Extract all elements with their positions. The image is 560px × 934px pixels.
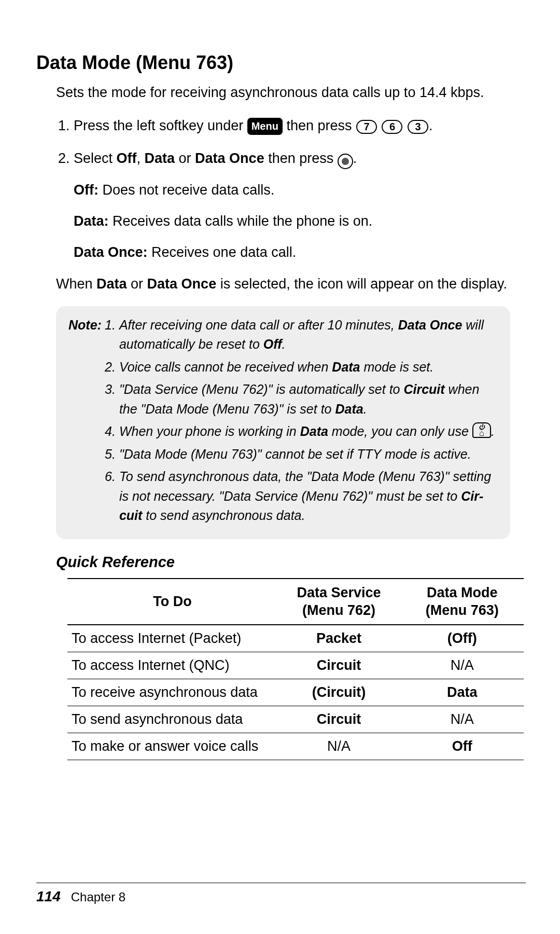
- sel-c: or: [127, 276, 147, 292]
- cell-mode: N/A: [400, 706, 524, 733]
- step2-period: .: [353, 150, 357, 166]
- n6a: To send asynchronous data, the "Data Mod…: [119, 469, 491, 503]
- off-text: Does not receive data calls.: [99, 182, 274, 198]
- step-1: Press the left softkey under Menu then p…: [74, 115, 524, 136]
- note-label: Note:: [68, 318, 102, 332]
- off-label: Off:: [74, 182, 99, 198]
- key-6-icon: 6: [382, 120, 402, 134]
- note-4: When your phone is working in Data mode,…: [119, 422, 498, 442]
- cell-todo: To access Internet (QNC): [67, 652, 277, 679]
- data-desc: Data: Receives data calls while the phon…: [74, 212, 524, 231]
- cell-mode: N/A: [400, 652, 524, 679]
- cell-mode: Data: [400, 679, 524, 706]
- sel-a: When: [56, 276, 96, 292]
- note-box: Note: After receiving one data call or a…: [56, 306, 510, 539]
- sel-d: Data Once: [147, 276, 217, 292]
- dataonce-desc: Data Once: Receives one data call.: [74, 243, 524, 263]
- sel-b: Data: [96, 276, 127, 292]
- step2-data: Data: [145, 150, 175, 166]
- table-header-row: To Do Data Service(Menu 762) Data Mode(M…: [67, 579, 524, 625]
- icon-appear-text: When Data or Data Once is selected, the …: [56, 273, 524, 295]
- note-6: To send asynchronous data, the "Data Mod…: [119, 467, 498, 526]
- n4b: Data: [300, 424, 328, 438]
- step2-off: Off: [117, 150, 137, 166]
- n2c: mode is set.: [360, 360, 434, 374]
- step2-dataonce: Data Once: [195, 150, 264, 166]
- table-row: To make or answer voice callsN/AOff: [67, 733, 524, 760]
- chapter-label: Chapter 8: [71, 890, 125, 904]
- note-3: "Data Service (Menu 762)" is automatical…: [119, 380, 498, 419]
- th-svc-txt: Data Service(Menu 762): [297, 585, 381, 618]
- n3b: Circuit: [403, 382, 444, 396]
- table-row: To access Internet (Packet)Packet(Off): [67, 625, 524, 652]
- dataonce-text: Receives one data call.: [148, 244, 297, 260]
- off-desc: Off: Does not receive data calls.: [74, 181, 524, 200]
- menu-badge-icon: Menu: [247, 118, 283, 135]
- cell-svc: Packet: [277, 625, 401, 652]
- cell-svc: N/A: [277, 733, 401, 760]
- cell-svc: Circuit: [277, 706, 401, 733]
- n2b: Data: [332, 360, 360, 374]
- th-mode-txt: Data Mode(Menu 763): [426, 585, 499, 618]
- n1a: After receiving one data call or after 1…: [119, 318, 398, 332]
- n4c: mode, you can only use: [328, 424, 472, 438]
- th-todo: To Do: [67, 579, 277, 625]
- ok-button-icon: [338, 154, 353, 169]
- n1d: Off: [263, 337, 282, 351]
- cell-svc: Circuit: [277, 652, 401, 679]
- n6c: to send asynchronous data.: [142, 508, 305, 523]
- n3a: "Data Service (Menu 762)" is automatical…: [119, 382, 404, 396]
- cell-todo: To make or answer voice calls: [67, 733, 277, 760]
- step1-text-b: then press: [283, 118, 356, 133]
- step2-e: or: [175, 150, 195, 166]
- cell-mode: (Off): [400, 625, 524, 652]
- dataonce-label: Data Once:: [74, 244, 148, 260]
- n3d: Data: [335, 402, 363, 416]
- step1-text-a: Press the left softkey under: [74, 118, 247, 133]
- table-row: To access Internet (QNC)CircuitN/A: [67, 652, 524, 679]
- th-mode: Data Mode(Menu 763): [400, 579, 524, 625]
- note-2: Voice calls cannot be received when Data…: [119, 358, 498, 377]
- n1e: .: [282, 337, 285, 351]
- key-7-icon: 7: [356, 120, 377, 134]
- intro-text: Sets the mode for receiving asynchronous…: [56, 83, 524, 102]
- quick-ref-table: To Do Data Service(Menu 762) Data Mode(M…: [67, 578, 524, 761]
- cell-todo: To send asynchronous data: [67, 706, 277, 733]
- step2-g: then press: [264, 150, 338, 166]
- table-row: To send asynchronous dataCircuitN/A: [67, 706, 524, 733]
- n2a: Voice calls cannot be received when: [119, 360, 332, 374]
- n4d: .: [491, 424, 495, 438]
- steps-list: Press the left softkey under Menu then p…: [56, 115, 524, 169]
- n1b: Data Once: [398, 318, 463, 332]
- cell-todo: To receive asynchronous data: [67, 679, 277, 706]
- data-label: Data:: [74, 213, 109, 229]
- note-1: After receiving one data call or after 1…: [119, 315, 498, 354]
- key-3-icon: 3: [408, 120, 428, 134]
- n4a: When your phone is working in: [119, 424, 300, 438]
- page-title: Data Mode (Menu 763): [36, 52, 524, 74]
- page-number: 114: [36, 888, 61, 904]
- step1-period: .: [429, 118, 433, 133]
- table-row: To receive asynchronous data(Circuit)Dat…: [67, 679, 524, 706]
- cell-mode: Off: [400, 733, 524, 760]
- cell-todo: To access Internet (Packet): [67, 625, 277, 652]
- step2-c: ,: [137, 150, 145, 166]
- th-svc: Data Service(Menu 762): [277, 579, 401, 625]
- page-footer: 114 Chapter 8: [36, 883, 526, 905]
- note-list: After receiving one data call or after 1…: [104, 315, 498, 529]
- sel-e: is selected, the icon will appear on the…: [216, 276, 507, 292]
- step2-a: Select: [74, 150, 117, 166]
- end-key-icon: [472, 422, 491, 438]
- cell-svc: (Circuit): [277, 679, 401, 706]
- note-5: "Data Mode (Menu 763)" cannot be set if …: [119, 445, 498, 464]
- n3e: .: [363, 402, 367, 416]
- step-2: Select Off, Data or Data Once then press…: [74, 148, 524, 169]
- data-text: Receives data calls while the phone is o…: [109, 213, 373, 229]
- quick-ref-heading: Quick Reference: [56, 554, 524, 571]
